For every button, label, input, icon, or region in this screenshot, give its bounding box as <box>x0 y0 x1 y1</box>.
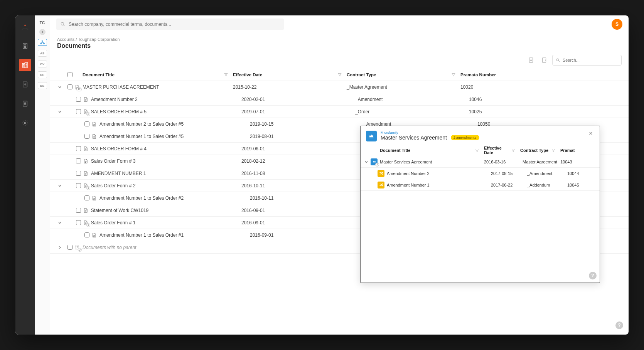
panel-row-type: _Amendment <box>527 171 567 176</box>
chevron-down-icon[interactable] <box>57 220 62 225</box>
nav-item-reports[interactable] <box>19 98 31 110</box>
rail-chip-re[interactable]: RE <box>38 71 47 78</box>
panel-row[interactable]: 2Master Services Agreement2016-03-16_Mas… <box>361 156 600 168</box>
nav-item-accounts[interactable] <box>19 59 31 71</box>
filter-icon[interactable] <box>475 148 479 153</box>
panel-table-header: Document Title Effective Date Contract T… <box>361 145 600 156</box>
breadcrumb[interactable]: Accounts / Toughzap Corporation <box>57 37 622 42</box>
document-icon <box>83 96 89 103</box>
row-checkbox[interactable] <box>84 121 89 126</box>
row-date: 2020-02-01 <box>241 97 355 102</box>
document-icon <box>91 195 97 201</box>
rail-chip-ov[interactable]: OV <box>38 61 47 67</box>
filter-icon[interactable] <box>551 148 556 153</box>
col-date-label: Effective Date <box>233 72 262 77</box>
row-checkbox[interactable] <box>76 220 81 225</box>
help-icon[interactable]: ? <box>615 321 623 329</box>
close-icon[interactable] <box>588 131 594 137</box>
chevron-down-icon[interactable] <box>57 109 62 114</box>
panel-overline: Microfamily <box>381 131 584 135</box>
chevron-down-icon[interactable] <box>364 159 369 165</box>
row-checkbox[interactable] <box>76 158 81 163</box>
row-checkbox[interactable] <box>76 109 81 114</box>
panel-row[interactable]: Amendment Number 12017-06-22_Addendum100… <box>361 179 600 191</box>
row-date: 2019-06-01 <box>241 146 355 151</box>
search-icon <box>556 58 560 62</box>
filter-icon[interactable] <box>224 72 228 77</box>
row-title: Amendment Number 2 <box>91 97 138 102</box>
panel-title: Master Services Agreement <box>381 135 447 141</box>
app-logo <box>21 23 29 33</box>
crown-icon <box>366 131 377 141</box>
filter-icon[interactable] <box>511 148 516 153</box>
help-icon[interactable]: ? <box>589 272 597 279</box>
document-icon: 1 <box>83 183 89 189</box>
rail-collapse-icon[interactable] <box>39 29 46 35</box>
svg-rect-9 <box>42 40 43 41</box>
row-type: _Amendment <box>355 97 469 102</box>
row-checkbox[interactable] <box>76 146 81 151</box>
chevron-right-icon[interactable] <box>57 245 62 250</box>
table-row[interactable]: 2SALES ORDER FORM # 52019-07-01_Order100… <box>50 106 629 118</box>
import-icon[interactable] <box>539 55 549 65</box>
export-icon[interactable] <box>526 55 536 65</box>
user-avatar[interactable]: S <box>612 19 622 30</box>
filter-icon[interactable] <box>451 72 456 77</box>
select-all-checkbox[interactable] <box>67 72 72 77</box>
rail-chip-as[interactable]: AS <box>38 50 47 57</box>
table-header: Document Title Effective Date Contract T… <box>50 69 629 81</box>
row-title: MASTER PURCHASE AGREEMENT <box>83 84 159 90</box>
panel-row-pnum: 10044 <box>567 171 597 176</box>
panel-row[interactable]: Amendment Number 22017-08-15_Amendment10… <box>361 168 600 179</box>
row-checkbox[interactable] <box>84 232 89 237</box>
table-row[interactable]: Amendment Number 22020-02-01_Amendment10… <box>50 93 629 106</box>
document-icon <box>83 146 89 152</box>
row-date: 2016-10-11 <box>250 195 364 201</box>
row-pnum: 10025 <box>469 109 622 114</box>
svg-point-8 <box>24 122 26 124</box>
chevron-down-icon[interactable] <box>57 84 62 90</box>
panel-row-pnum: 10045 <box>567 183 597 187</box>
panel-row-date: 2017-06-22 <box>491 183 527 187</box>
rail-chip-be[interactable]: BE <box>38 82 47 89</box>
page-title: Documents <box>57 42 622 49</box>
nav-item-upload[interactable] <box>19 78 31 91</box>
filter-icon[interactable] <box>337 72 342 77</box>
row-checkbox[interactable] <box>84 134 89 139</box>
table-row[interactable]: 12MASTER PURCHASE AGREEMENT2015-10-22_Ma… <box>50 81 629 93</box>
nav-item-contracts[interactable]: $ <box>19 40 31 52</box>
amendment-icon <box>378 182 384 188</box>
panel-row-title: Amendment Number 2 <box>387 171 430 176</box>
chevron-down-icon[interactable] <box>57 183 62 188</box>
crown-icon: 2 <box>371 158 378 165</box>
row-checkbox[interactable] <box>67 84 72 89</box>
svg-text:$: $ <box>25 46 26 48</box>
global-search[interactable] <box>56 19 284 30</box>
row-date: 2016-11-08 <box>241 171 355 176</box>
row-date: 2015-10-22 <box>233 84 347 90</box>
document-icon: 12 <box>74 84 80 90</box>
panel-row-date: 2017-08-15 <box>491 171 527 176</box>
col-pnum-label: Pramata Number <box>460 72 496 77</box>
local-search-input[interactable] <box>563 58 618 62</box>
col-title-label: Document Title <box>83 72 115 77</box>
row-title: Statement of Work CW1019 <box>91 208 148 213</box>
row-date: 2016-09-01 <box>241 220 355 225</box>
row-checkbox[interactable] <box>76 183 81 188</box>
svg-rect-4 <box>25 62 28 67</box>
row-checkbox[interactable] <box>84 195 89 200</box>
rail-chip-hierarchy[interactable] <box>38 39 47 46</box>
row-checkbox[interactable] <box>76 97 81 102</box>
local-search[interactable] <box>552 55 622 66</box>
document-icon <box>83 170 89 177</box>
svg-point-7 <box>25 103 26 104</box>
nav-item-settings[interactable] <box>19 117 31 129</box>
row-checkbox[interactable] <box>76 208 81 213</box>
global-search-input[interactable] <box>69 22 280 27</box>
document-icon: 2 <box>83 109 89 115</box>
row-type: _Master Agreement <box>347 84 460 90</box>
row-type: _Order <box>355 109 469 114</box>
row-checkbox[interactable] <box>76 171 81 176</box>
amendment-icon <box>378 170 384 177</box>
row-checkbox[interactable] <box>67 245 72 250</box>
